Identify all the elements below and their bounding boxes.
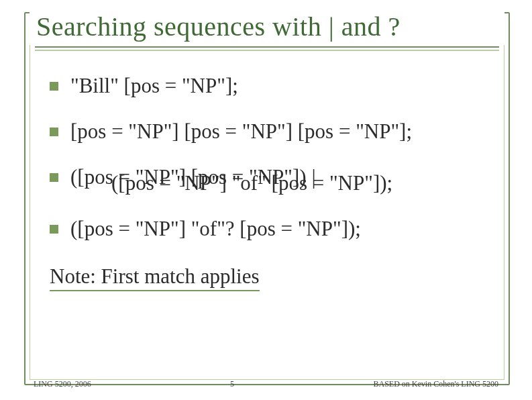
square-bullet-icon	[50, 173, 58, 182]
square-bullet-icon	[50, 128, 58, 136]
footer-left: LING 5200, 2006	[34, 379, 91, 389]
bullet-continuation: ([pos = "NP"] "of" [pos = "NP"]);	[50, 170, 488, 196]
slide-content: "Bill" [pos = "NP"]; [pos = "NP"] [pos =…	[25, 56, 509, 242]
bullet-item: [pos = "NP"] [pos = "NP"] [pos = "NP"];	[50, 119, 488, 144]
bullet-item: "Bill" [pos = "NP"];	[50, 73, 488, 99]
footer-page-number: 5	[230, 379, 234, 389]
slide-footer: LING 5200, 2006 5 BASED on Kevin Cohen's…	[34, 379, 498, 389]
bullet-text: "Bill" [pos = "NP"];	[70, 73, 238, 99]
square-bullet-icon	[50, 225, 58, 234]
square-bullet-icon	[50, 82, 58, 91]
note-text: Note: First match applies	[50, 264, 260, 291]
bullet-item: ([pos = "NP"] "of"? [pos = "NP"]);	[50, 216, 488, 242]
footer-right: BASED on Kevin Cohen's LING 5200	[373, 379, 498, 389]
bullet-text: [pos = "NP"] [pos = "NP"] [pos = "NP"];	[70, 119, 412, 144]
slide-title: Searching sequences with | and ?	[30, 7, 504, 45]
title-underline	[35, 46, 499, 56]
slide-frame: Searching sequences with | and ? "Bill" …	[24, 12, 510, 385]
bullet-text: ([pos = "NP"] "of"? [pos = "NP"]);	[70, 216, 361, 242]
